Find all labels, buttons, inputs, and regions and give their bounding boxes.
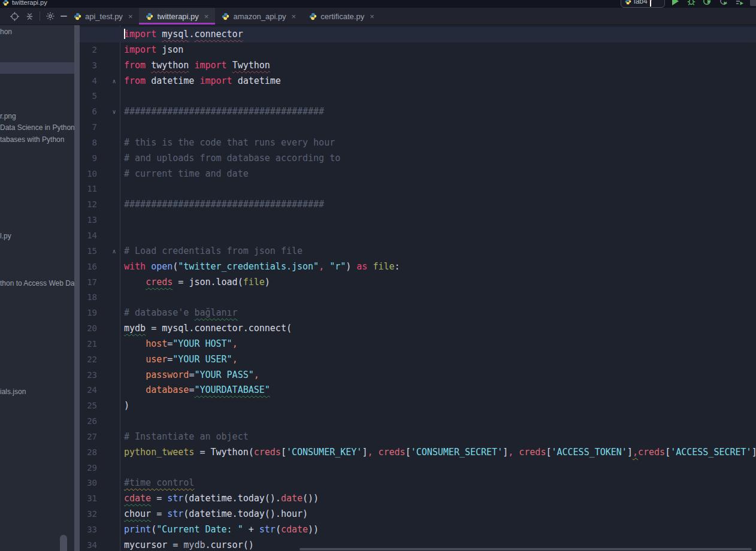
line-number[interactable]: 10	[80, 166, 120, 182]
tab-api-test[interactable]: api_test.py ×	[67, 8, 139, 25]
line-number[interactable]: 20	[80, 321, 120, 337]
sidebar-item[interactable]: tabases with Python	[0, 135, 64, 144]
code-line[interactable]: import mysql.connector	[80, 27, 756, 43]
debug-button[interactable]	[686, 0, 697, 7]
code-line[interactable]: from twython import Twython	[124, 58, 756, 74]
line-number[interactable]: 4∧	[80, 74, 120, 89]
line-number[interactable]: 12	[80, 197, 120, 213]
code-line[interactable]	[124, 414, 756, 429]
line-number[interactable]: 13	[80, 213, 120, 228]
sidebar-item[interactable]: hon	[0, 28, 12, 36]
line-number[interactable]: 32	[80, 507, 120, 522]
code-line[interactable]: # and uploads from database according to	[124, 151, 756, 166]
code-line[interactable]: python_tweets = Twython(creds['CONSUMER_…	[124, 445, 756, 461]
code-line[interactable]	[124, 461, 756, 476]
line-number[interactable]: 3	[80, 58, 120, 74]
code-editor[interactable]: 1∨234∧56∨789101112131415∧161718192021222…	[80, 25, 756, 551]
line-number[interactable]: 26	[80, 414, 120, 429]
code-line[interactable]: # Load credentials from json file	[124, 244, 756, 259]
close-icon[interactable]: ×	[204, 12, 209, 21]
collapse-all-icon[interactable]	[25, 12, 34, 21]
code-line[interactable]: from datetime import datetime	[124, 74, 756, 89]
fold-marker-up-icon[interactable]: ∧	[110, 74, 118, 89]
code-line[interactable]	[124, 181, 756, 197]
line-number[interactable]: 8	[80, 135, 120, 151]
code-line[interactable]: database="YOURDATABASE"	[124, 383, 756, 398]
tab-amazon-api[interactable]: amazon_api.py ×	[215, 8, 303, 25]
sidebar-item[interactable]: Data Science in Python	[0, 123, 74, 132]
line-number[interactable]: 28	[80, 445, 120, 461]
line-number[interactable]: 24	[80, 383, 120, 398]
sidebar-item[interactable]: thon to Access Web Data	[0, 279, 74, 287]
line-number[interactable]: 33	[80, 522, 120, 538]
sidebar-selected-row[interactable]	[0, 62, 74, 74]
code-line[interactable]: # database'e bağlanır	[124, 305, 756, 321]
sidebar-item[interactable]: l.py	[0, 232, 11, 240]
code-line[interactable]	[124, 89, 756, 104]
code-line[interactable]: #####################################	[124, 104, 756, 120]
settings-gear-icon[interactable]	[46, 11, 55, 21]
code-line[interactable]	[124, 290, 756, 305]
code-line[interactable]: creds = json.load(file)	[124, 275, 756, 290]
code-line[interactable]: #####################################	[124, 197, 756, 213]
line-number[interactable]: 11	[80, 181, 120, 197]
hide-panel-icon[interactable]	[61, 16, 67, 17]
line-number[interactable]: 16	[80, 259, 120, 275]
sidebar-scrollbar-thumb[interactable]	[60, 535, 67, 551]
code-line[interactable]: password="YOUR PASS",	[124, 368, 756, 383]
close-icon[interactable]: ×	[292, 12, 297, 21]
line-number[interactable]: 30	[80, 476, 120, 491]
code-line[interactable]: # Instantiate an object	[124, 429, 756, 445]
locate-file-icon[interactable]	[10, 11, 20, 22]
toolbar-extra-icon[interactable]	[750, 0, 756, 6]
code-line[interactable]: mydb = mysql.connector.connect(	[124, 321, 756, 337]
profiler-button[interactable]	[734, 0, 745, 7]
line-number[interactable]: 5	[80, 89, 120, 104]
code-line[interactable]: host="YOUR HOST",	[124, 337, 756, 352]
code-line[interactable]: # this is the code that runs every hour	[124, 135, 756, 151]
horizontal-scrollbar-thumb[interactable]	[300, 548, 752, 550]
line-number[interactable]: 14	[80, 228, 120, 244]
line-number[interactable]: 7	[80, 120, 120, 135]
sidebar-item[interactable]: ials.json	[0, 387, 26, 396]
code-line[interactable]	[124, 213, 756, 228]
code-line[interactable]: chour = str(datetime.today().hour)	[124, 507, 756, 522]
code-line[interactable]: print("Current Date: " + str(cdate))	[124, 522, 756, 538]
close-icon[interactable]: ×	[370, 12, 374, 21]
line-number[interactable]: 23	[80, 368, 120, 383]
code-line[interactable]: )	[124, 398, 756, 414]
line-number[interactable]: 15∧	[80, 244, 120, 259]
run-config-selector[interactable]: lab4 ▾	[621, 0, 665, 8]
rerun-button[interactable]	[718, 0, 729, 7]
code-line[interactable]	[124, 228, 756, 244]
code-line[interactable]: import json	[124, 43, 756, 58]
line-number[interactable]: 6∨	[80, 104, 120, 120]
line-number[interactable]: 25	[80, 398, 120, 414]
line-number[interactable]: 29	[80, 461, 120, 476]
close-icon[interactable]: ×	[128, 12, 133, 21]
code-line[interactable]: user="YOUR USER",	[124, 352, 756, 368]
fold-marker-down-icon[interactable]: ∨	[110, 104, 118, 120]
code-line[interactable]	[124, 120, 756, 135]
fold-marker-up-icon[interactable]: ∧	[110, 244, 118, 259]
line-number[interactable]: 27	[80, 429, 120, 445]
line-number[interactable]: 19	[80, 305, 120, 321]
sidebar-item[interactable]: r.png	[0, 112, 16, 120]
line-number[interactable]: 21	[80, 337, 120, 352]
panel-splitter[interactable]	[74, 25, 80, 551]
line-number[interactable]: 18	[80, 290, 120, 305]
code-line[interactable]: # current time and date	[124, 166, 756, 182]
line-number[interactable]: 34	[80, 538, 120, 551]
tab-certificate[interactable]: certificate.py ×	[303, 8, 381, 25]
line-number[interactable]: 2	[80, 43, 120, 58]
run-with-coverage-button[interactable]	[702, 0, 713, 7]
code-line[interactable]: #time control	[124, 476, 756, 491]
line-number[interactable]: 17	[80, 275, 120, 290]
line-number[interactable]: 31	[80, 491, 120, 507]
line-number[interactable]: 9	[80, 151, 120, 166]
tab-twitterapi[interactable]: twitterapi.py ×	[139, 8, 215, 25]
code-line[interactable]: with open("twitter_credentials.json", "r…	[124, 259, 756, 275]
run-button[interactable]	[670, 0, 681, 7]
line-number[interactable]: 22	[80, 352, 120, 368]
code-line[interactable]: cdate = str(datetime.today().date())	[124, 491, 756, 507]
